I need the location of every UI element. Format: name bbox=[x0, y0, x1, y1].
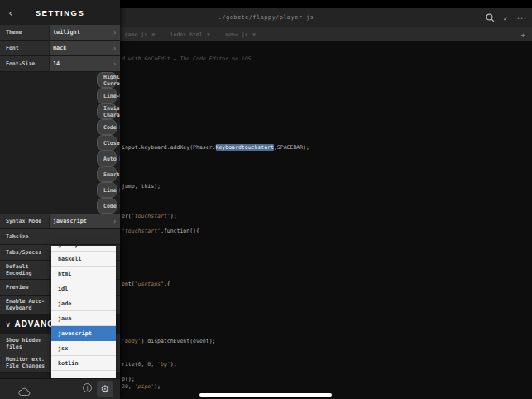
add-tab-icon[interactable]: + bbox=[521, 27, 525, 41]
settings-row-smart-indent[interactable]: Smart Indent bbox=[97, 166, 117, 182]
settings-row-line-wrap[interactable]: Line-Wrap bbox=[97, 88, 117, 103]
code-segment: ,SPACEBAR); bbox=[274, 144, 309, 151]
topbar-icons: ✓ ••• bbox=[486, 8, 527, 27]
dropdown-item-javascript[interactable]: javascript bbox=[51, 326, 116, 341]
dropdown-item-java[interactable]: java bbox=[51, 311, 116, 326]
code-segment: ); bbox=[154, 383, 161, 390]
settings-row-line-numbers[interactable]: Line Numbers bbox=[97, 182, 117, 198]
settings-row-highlight-current-line[interactable]: Highlight Current line bbox=[97, 72, 117, 88]
setting-label: Code Folding bbox=[103, 200, 120, 212]
dropdown-item-clipped[interactable]: groovy bbox=[51, 246, 116, 252]
setting-value-cell-font[interactable]: Hack› bbox=[49, 41, 120, 55]
setting-value-cell-theme[interactable]: twilight› bbox=[49, 25, 120, 40]
code-segment: er( bbox=[122, 213, 132, 219]
setting-value: twilight bbox=[53, 29, 113, 36]
code-segment: d with GoCoEdit — The Code Editor on iOS bbox=[122, 55, 252, 62]
close-icon[interactable]: × bbox=[151, 31, 156, 38]
cloud-icon[interactable] bbox=[18, 384, 31, 399]
dropdown-item-haskell[interactable]: haskell bbox=[51, 252, 116, 267]
setting-value-cell-syntax-mode[interactable]: javascript› bbox=[49, 214, 120, 228]
setting-label: Auto Bracket bbox=[103, 153, 120, 165]
tab-label: menu.js bbox=[225, 31, 247, 38]
gear-icon[interactable]: ⚙ bbox=[97, 381, 113, 397]
syntax-mode-dropdown: groovyhaskellhtmlidljadejavajavascriptjs… bbox=[51, 246, 116, 379]
code-segment: 20, bbox=[122, 383, 135, 390]
code-line: 'touchstart',function(){ bbox=[122, 228, 199, 235]
tab-index-html[interactable]: index.html× bbox=[163, 27, 218, 41]
chevron-icon: › bbox=[113, 45, 117, 52]
settings-row-code-hint[interactable]: Code Hint bbox=[97, 119, 117, 135]
settings-row-font-size[interactable]: Font-Size14› bbox=[0, 56, 120, 72]
code-segment: 'pipe' bbox=[135, 383, 154, 390]
setting-label: Theme bbox=[6, 26, 49, 38]
setting-label: Code Hint bbox=[103, 122, 120, 133]
code-segment: ,function(){ bbox=[161, 228, 199, 234]
back-icon[interactable]: ‹ bbox=[7, 7, 14, 18]
setting-label: Enable Auto-Keyboard bbox=[6, 296, 49, 314]
dropdown-item-idl[interactable]: idl bbox=[51, 281, 116, 296]
settings-row-auto-bracket[interactable]: Auto Bracket bbox=[97, 151, 117, 166]
setting-value-cell-font-size[interactable]: 14› bbox=[49, 56, 120, 71]
setting-label: Invisible Characters bbox=[103, 103, 120, 121]
close-icon[interactable]: × bbox=[207, 31, 211, 38]
code-segment: "usetaps" bbox=[135, 281, 164, 287]
app-screen: ./gobete/flappy/player.js ✓ ••• load.js×… bbox=[0, 0, 532, 399]
setting-label: Line-Wrap bbox=[103, 90, 120, 102]
check-icon[interactable]: ✓ bbox=[504, 14, 508, 22]
setting-label: Syntax Mode bbox=[6, 215, 49, 227]
code-segment: 'bg' bbox=[157, 361, 170, 368]
settings-header: ‹ SETTINGS bbox=[0, 0, 120, 25]
settings-panel: ‹ SETTINGS Themetwilight›FontHack›Font-S… bbox=[0, 0, 120, 399]
code-line: d with GoCoEdit — The Code Editor on iOS bbox=[122, 55, 252, 63]
setting-label: Default Encoding bbox=[6, 261, 49, 279]
code-segment: ); bbox=[170, 213, 177, 219]
setting-label: Close Tag bbox=[103, 137, 120, 149]
code-segment: jump, this); bbox=[122, 183, 161, 190]
setting-value: javascript bbox=[53, 218, 113, 224]
chevron-icon: › bbox=[113, 60, 117, 68]
settings-row-theme[interactable]: Themetwilight› bbox=[0, 25, 120, 41]
setting-label: Preview bbox=[6, 281, 49, 293]
page-title: SETTINGS bbox=[0, 8, 120, 17]
setting-label: Font-Size bbox=[6, 58, 49, 70]
selected-text: Keyboardtouchstart bbox=[216, 144, 274, 151]
setting-label: Highlight Current line bbox=[103, 71, 120, 89]
dropdown-item-jsx[interactable]: jsx bbox=[51, 341, 116, 356]
code-segment: 0, 0, bbox=[138, 361, 155, 368]
home-indicator[interactable] bbox=[199, 393, 332, 397]
search-icon[interactable] bbox=[486, 13, 495, 22]
code-line: jump, this); bbox=[122, 183, 161, 190]
code-segment: ).dispatchEvent(event); bbox=[141, 338, 215, 344]
settings-row-close-tag[interactable]: Close Tag bbox=[97, 135, 117, 151]
close-icon[interactable]: × bbox=[252, 31, 256, 38]
info-icon[interactable]: i bbox=[83, 383, 92, 392]
setting-label: Monitor ext. File Changes bbox=[6, 353, 49, 372]
more-icon[interactable]: ••• bbox=[517, 16, 527, 21]
dropdown-item-jade[interactable]: jade bbox=[51, 296, 116, 311]
code-segment: 'touchstart' bbox=[122, 228, 161, 234]
dropdown-item-html[interactable]: html bbox=[51, 267, 116, 281]
setting-value: Hack bbox=[53, 45, 113, 51]
setting-label: Tabs/Spaces bbox=[6, 247, 49, 258]
settings-row-invisible-characters[interactable]: Invisible Characters bbox=[97, 103, 117, 119]
code-segment: ent( bbox=[122, 281, 135, 287]
settings-row-tabsize[interactable]: Tabsize bbox=[0, 229, 120, 245]
chevron-down-icon: ∨ bbox=[6, 320, 10, 329]
settings-row-syntax-mode[interactable]: Syntax Modejavascript› bbox=[0, 214, 120, 229]
tab-menu-js[interactable]: menu.js× bbox=[218, 27, 263, 41]
code-segment: input.keyboard.addKey(Phaser. bbox=[122, 144, 216, 151]
tab-game-js[interactable]: game.js× bbox=[117, 27, 163, 41]
dropdown-item-kotlin[interactable]: kotlin bbox=[51, 356, 116, 371]
settings-row-font[interactable]: FontHack› bbox=[0, 41, 120, 56]
setting-label: Tabsize bbox=[6, 231, 49, 243]
code-segment: ); bbox=[170, 361, 177, 368]
tab-label: game.js bbox=[125, 31, 147, 38]
bottom-toolbar: i ⚙ bbox=[0, 378, 120, 399]
settings-row-code-folding[interactable]: Code Folding bbox=[97, 198, 117, 214]
setting-label: Show hidden files bbox=[6, 334, 49, 353]
setting-label: Font bbox=[6, 42, 49, 54]
code-line: 20, 'pipe'); bbox=[122, 383, 161, 391]
code-line: ent("usetaps",{ bbox=[122, 281, 170, 288]
code-segment: rite( bbox=[122, 361, 138, 368]
code-line: p(); bbox=[122, 376, 135, 383]
